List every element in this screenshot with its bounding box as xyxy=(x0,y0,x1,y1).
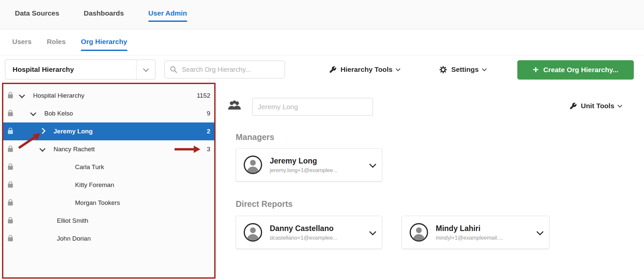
tree-row-nancy-rachett[interactable]: Nancy Rachett 3 xyxy=(3,140,215,158)
tree-item-count: 9 xyxy=(207,110,210,117)
manager-email: jeremy.long+1@examplee... xyxy=(270,167,367,173)
direct-report-name: Mindy Lahiri xyxy=(436,224,534,233)
chevron-right-icon[interactable] xyxy=(40,129,45,134)
gear-icon xyxy=(439,66,447,74)
search-icon xyxy=(170,66,178,73)
manager-name: Jeremy Long xyxy=(270,157,367,165)
lock-icon xyxy=(8,237,13,241)
tree-row-carla-turk[interactable]: Carla Turk xyxy=(3,158,215,176)
org-tree-panel: Hospital Hierarchy 1152 Bob Kelso 9 Jere… xyxy=(3,85,215,278)
tree-item-label: Elliot Smith xyxy=(57,217,88,224)
wrench-icon xyxy=(329,66,337,73)
chevron-down-icon[interactable] xyxy=(40,147,45,152)
lock-icon xyxy=(8,112,13,116)
top-nav: Data Sources Dashboards User Admin xyxy=(0,0,644,29)
hierarchy-select[interactable]: Hospital Hierarchy xyxy=(5,60,155,79)
avatar-icon xyxy=(243,223,262,242)
unit-name-input[interactable] xyxy=(252,98,373,116)
chevron-down-icon[interactable] xyxy=(369,161,376,167)
chevron-down-icon xyxy=(482,67,487,71)
wrench-icon xyxy=(569,102,577,110)
settings-menu[interactable]: Settings xyxy=(439,63,486,76)
toolbar: Hospital Hierarchy Hierarchy Tools xyxy=(0,60,644,81)
chevron-down-icon[interactable] xyxy=(369,228,376,235)
direct-report-card[interactable]: Mindy Lahiri mindyl+1@exampleemail.... xyxy=(402,216,549,249)
manager-info: Jeremy Long jeremy.long+1@examplee... xyxy=(270,157,367,173)
tab-dashboards[interactable]: Dashboards xyxy=(84,9,124,21)
avatar-icon xyxy=(409,223,428,242)
hierarchy-select-value: Hospital Hierarchy xyxy=(5,66,136,73)
unit-name-field xyxy=(252,98,373,116)
chevron-down-icon xyxy=(618,103,622,108)
create-org-hierarchy-button[interactable]: + Create Org Hierarchy... xyxy=(517,60,634,79)
tree-row-kitty-foreman[interactable]: Kitty Foreman xyxy=(3,176,215,194)
tree-item-label: Carla Turk xyxy=(75,163,104,171)
tab-users[interactable]: Users xyxy=(12,38,31,50)
search-input[interactable] xyxy=(164,61,285,78)
avatar-icon xyxy=(243,155,262,174)
chevron-down-icon[interactable] xyxy=(537,228,543,235)
create-org-hierarchy-label: Create Org Hierarchy... xyxy=(543,66,618,74)
lock-icon xyxy=(8,184,13,188)
chevron-down-icon xyxy=(136,60,155,79)
tree-item-count: 2 xyxy=(207,128,210,135)
tab-user-admin[interactable]: User Admin xyxy=(148,9,187,22)
tab-org-hierarchy[interactable]: Org Hierarchy xyxy=(81,38,127,51)
hierarchy-tools-label: Hierarchy Tools xyxy=(341,66,392,73)
managers-heading: Managers xyxy=(236,132,274,142)
tree-row-elliot-smith[interactable]: Elliot Smith xyxy=(3,212,215,230)
tab-data-sources[interactable]: Data Sources xyxy=(15,9,59,21)
direct-report-info: Mindy Lahiri mindyl+1@exampleemail.... xyxy=(436,224,534,241)
tree-item-label: Jeremy Long xyxy=(54,128,93,135)
direct-report-info: Danny Castellano dcastellano+1@examplee.… xyxy=(270,224,367,241)
lock-icon xyxy=(8,94,13,98)
sub-nav: Users Roles Org Hierarchy xyxy=(0,29,644,56)
direct-reports-heading: Direct Reports xyxy=(236,199,293,209)
app-window: Data Sources Dashboards User Admin Users… xyxy=(0,0,644,280)
direct-report-card[interactable]: Danny Castellano dcastellano+1@examplee.… xyxy=(236,216,382,249)
manager-card[interactable]: Jeremy Long jeremy.long+1@examplee... xyxy=(236,148,382,181)
direct-report-name: Danny Castellano xyxy=(270,224,367,233)
plus-icon: + xyxy=(533,65,539,74)
lock-icon xyxy=(8,219,13,223)
chevron-down-icon xyxy=(396,67,400,71)
hierarchy-tools-menu[interactable]: Hierarchy Tools xyxy=(329,63,400,76)
chevron-down-icon[interactable] xyxy=(19,94,24,98)
tree-item-count: 1152 xyxy=(197,92,210,99)
tree-item-label: Nancy Rachett xyxy=(54,146,95,153)
tab-roles[interactable]: Roles xyxy=(47,38,65,50)
tree-item-label: Morgan Tookers xyxy=(75,199,120,207)
settings-label: Settings xyxy=(451,66,479,73)
tree-item-label: Bob Kelso xyxy=(44,110,73,117)
tree-row-jeremy-long-selected[interactable]: Jeremy Long 2 xyxy=(3,122,215,140)
tree-item-label: Kitty Foreman xyxy=(75,181,114,189)
tree-item-label: Hospital Hierarchy xyxy=(33,92,84,99)
lock-icon xyxy=(8,130,13,134)
direct-report-email: mindyl+1@exampleemail.... xyxy=(436,235,534,241)
tree-row-morgan-tookers[interactable]: Morgan Tookers xyxy=(3,194,215,212)
unit-tools-label: Unit Tools xyxy=(581,102,614,110)
direct-report-email: dcastellano+1@examplee... xyxy=(270,235,367,241)
lock-icon xyxy=(8,202,13,206)
group-icon xyxy=(227,99,243,113)
tree-row-john-dorian[interactable]: John Dorian xyxy=(3,230,215,248)
lock-icon xyxy=(8,166,13,170)
tree-item-label: John Dorian xyxy=(57,235,91,242)
tree-row-bob-kelso[interactable]: Bob Kelso 9 xyxy=(3,105,215,122)
tree-item-count: 3 xyxy=(207,146,210,153)
tree-row-hospital-hierarchy[interactable]: Hospital Hierarchy 1152 xyxy=(3,87,215,105)
chevron-down-icon[interactable] xyxy=(30,112,36,116)
search-box xyxy=(164,61,285,78)
unit-tools-menu[interactable]: Unit Tools xyxy=(569,99,622,113)
lock-icon xyxy=(8,148,13,152)
